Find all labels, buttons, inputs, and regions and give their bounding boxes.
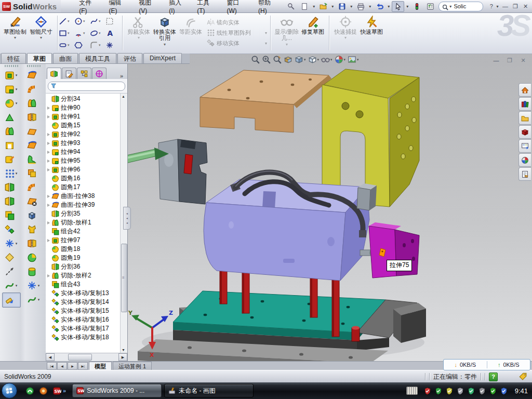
tab-last-button[interactable]: ▶| [78,362,88,370]
surf-refgeo-button[interactable]: ▾ [25,278,43,292]
tree-item[interactable]: 圆角15 [46,121,121,130]
open-file-button[interactable] [317,1,329,12]
tab-草图[interactable]: 草图 [27,53,52,63]
tree-item[interactable]: 拉伸94 [46,148,121,156]
apply-scene-button[interactable]: ▾ [348,55,359,64]
traffic-light-button[interactable] [410,1,423,12]
help-button[interactable]: ? [487,2,496,10]
surf-curve-button[interactable]: ▾ [25,292,43,307]
tab-特征[interactable]: 特征 [1,53,26,63]
point-button[interactable] [105,39,121,51]
tab-next-button[interactable]: ▶ [68,362,77,370]
doc-minimize-button[interactable]: — [491,57,501,64]
expand-icon[interactable] [46,274,51,277]
close-button[interactable]: ✕ [521,2,530,10]
scrollbar-thumb[interactable] [121,244,127,312]
network-warning-icon[interactable] [478,387,486,395]
replace-face-button[interactable] [25,208,43,222]
menu-v[interactable]: 视图(V) [132,0,162,16]
arc-dropdown-icon[interactable]: ▾ [83,31,85,35]
tab-prev-button[interactable]: ◀ [57,362,67,370]
split-body-button[interactable] [3,194,20,208]
boundary-surface-button[interactable] [25,124,43,138]
tree-item[interactable]: 拉伸91 [46,112,121,121]
solidworks-resources-tab[interactable] [518,83,531,97]
solidworks-quick-quicklaunch-button[interactable]: SW [51,385,62,396]
tree-item[interactable]: 实体-移动/复制13 [46,289,121,298]
revolved-surface-button[interactable] [25,82,43,96]
split-button[interactable] [3,180,20,194]
spline-dropdown-icon[interactable]: ▾ [99,19,101,23]
freeform-button[interactable] [25,152,43,166]
sketch-button[interactable]: 草图绘制 ▾ [2,14,28,53]
new-file-button[interactable] [298,1,311,12]
quick-launch-more-icon[interactable]: » [63,388,66,394]
configuration-manager-tab-icon[interactable] [77,68,91,79]
extruded-boss-button[interactable]: ▾ [3,68,20,82]
tab-曲面[interactable]: 曲面 [53,53,78,63]
tree-item[interactable]: 组合43 [46,280,121,289]
spline-button[interactable]: ▾ [90,15,105,27]
doc-tab-运动算例 1[interactable]: 运动算例 1 [113,362,152,370]
toolbar-grip[interactable] [5,65,18,67]
start-button[interactable] [2,383,17,398]
expand-icon[interactable] [46,133,51,136]
scroll-right-icon[interactable]: ▶ [118,353,127,361]
sketch-fillet-dropdown-icon[interactable]: ▾ [99,43,101,47]
tree-item[interactable]: 实体-移动/复制17 [46,324,121,333]
scroll-down-icon[interactable]: ▼ [122,348,125,352]
trim-entities-button[interactable]: 剪裁实体 ▾ [126,14,152,53]
section-view-button[interactable] [284,55,292,64]
feature-manager-tab-icon[interactable] [47,68,61,79]
antivirus-quicklaunch-button[interactable] [38,385,48,396]
red-shield-icon[interactable] [423,387,432,395]
menu-e[interactable]: 编辑(E) [102,0,132,16]
search-dropdown-icon[interactable]: ▾ [448,4,453,9]
expand-icon[interactable] [46,195,51,198]
reference-geometry-button[interactable]: ▾ [3,236,20,250]
ellipse-dropdown-icon[interactable]: ▾ [99,31,101,35]
hide-show-items-button[interactable]: ▾ [321,55,332,64]
minimize-button[interactable]: — [501,2,510,10]
curve-button[interactable]: ▾ [3,278,20,292]
help-dropdown-icon[interactable]: ▾ [496,4,499,9]
tree-item[interactable]: 圆角17 [46,183,121,192]
custom-properties-tab[interactable] [518,167,531,181]
tree-item[interactable]: 圆角16 [46,174,121,183]
circle-dropdown-icon[interactable]: ▾ [83,19,85,23]
tab-DimXpert[interactable]: DimXpert [143,53,182,63]
sync-pair-icon[interactable] [500,387,508,395]
toolbar-grip[interactable] [27,65,41,67]
smart-dimension-dropdown-icon[interactable]: ▾ [40,35,42,40]
undo-dropdown-icon[interactable]: ▾ [387,4,391,9]
offset-entities-button[interactable]: 等距实体 [178,14,204,53]
tree-filter-input[interactable] [48,82,125,91]
polygon-button[interactable] [74,39,90,51]
radiate-surface-button[interactable] [25,180,43,194]
search-box[interactable]: ▾ [438,2,483,11]
doc-restore-button[interactable]: ❐ [504,57,515,64]
extruded-surface-button[interactable] [25,68,43,82]
model-clamp-part[interactable] [158,139,207,204]
tab-评估[interactable]: 评估 [117,53,142,63]
update-clock-icon[interactable] [445,387,454,395]
model-base-plates[interactable] [138,291,426,361]
file-explorer-tab[interactable] [518,111,531,125]
view-palette-tab[interactable] [518,139,531,153]
rib-button[interactable] [3,110,20,124]
green-cross-shield-icon[interactable] [489,387,497,395]
linear-sketch-pattern-button[interactable]: 线性草图阵列 ▾ [207,29,268,37]
expand-icon[interactable] [46,151,51,154]
rectangle-dropdown-icon[interactable]: ▾ [68,31,70,35]
expand-icon[interactable] [46,142,51,145]
input-method-icon[interactable] [406,387,418,395]
edit-appearance-button[interactable]: ▾ [335,55,346,64]
slot-dropdown-icon[interactable]: ▾ [68,43,70,47]
tree-item[interactable]: 拉伸97 [46,236,121,245]
planar-surface-button[interactable] [25,250,43,264]
model-canvas[interactable]: Y Z X [127,54,532,361]
tree-item[interactable]: 拉伸92 [46,130,121,139]
model-lavender-block[interactable] [204,171,377,281]
undo-button[interactable] [373,1,385,12]
select-arrow-dropdown-icon[interactable]: ▾ [405,4,409,9]
